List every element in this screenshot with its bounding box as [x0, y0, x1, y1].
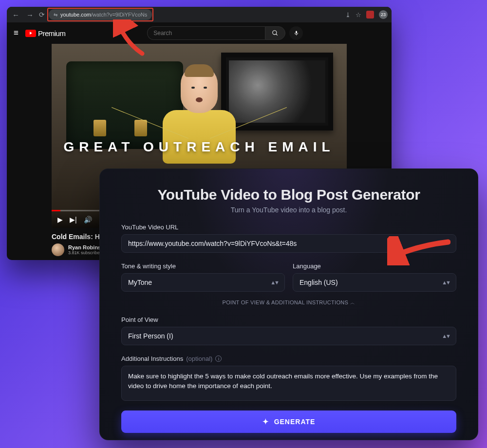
language-select[interactable]: English (US) ▲▼: [293, 273, 456, 292]
bookmark-icon[interactable]: ☆: [356, 11, 361, 19]
address-text: youtube.com/watch?v=9lDiYFVcoNs: [60, 12, 147, 18]
address-host: youtube.com: [60, 12, 91, 18]
generate-label: GENERATE: [274, 418, 316, 426]
svg-line-1: [276, 34, 278, 36]
youtube-play-icon: [25, 30, 36, 37]
pov-value: First Person (I): [128, 332, 173, 340]
pov-label: Point of View: [121, 316, 456, 323]
volume-icon[interactable]: 🔊: [84, 216, 92, 224]
video-overlay-text: GREAT OUTREACH EMAIL: [52, 139, 347, 155]
language-value: English (US): [300, 279, 338, 286]
install-icon[interactable]: ⤓: [345, 11, 351, 19]
tone-select[interactable]: MyTone ▲▼: [121, 273, 285, 292]
disclosure-label: POINT OF VIEW & ADDITIONAL INSTRUCTIONS: [223, 299, 349, 305]
address-path: /watch?v=9lDiYFVcoNs: [91, 12, 147, 18]
language-label: Language: [293, 262, 456, 270]
card-title: YouTube Video to Blog Post Generator: [121, 187, 456, 203]
chevron-updown-icon: ▲▼: [270, 280, 278, 285]
youtube-brand: Premium: [38, 29, 66, 37]
forward-icon[interactable]: →: [25, 11, 35, 19]
voice-search-icon[interactable]: [289, 26, 303, 40]
addl-label-text: Additional Instructions: [121, 355, 183, 362]
svg-point-0: [273, 31, 277, 35]
svg-rect-2: [296, 31, 297, 33]
site-info-icon[interactable]: ⇆: [54, 12, 57, 18]
youtube-logo[interactable]: Premium: [25, 29, 66, 37]
video-person: [160, 65, 238, 172]
back-icon[interactable]: ←: [11, 11, 21, 19]
disclosure-toggle[interactable]: POINT OF VIEW & ADDITIONAL INSTRUCTIONS︿: [121, 299, 456, 306]
address-bar[interactable]: ⇆ youtube.com/watch?v=9lDiYFVcoNs: [49, 9, 152, 20]
url-label: YouTube Video URL: [121, 224, 456, 231]
tone-label: Tone & writing style: [121, 262, 285, 270]
reload-icon[interactable]: ⟳: [39, 11, 45, 19]
search-input[interactable]: [147, 26, 265, 40]
search-button[interactable]: [265, 26, 285, 40]
url-input[interactable]: [121, 234, 456, 253]
subscriber-count: 3.81K subscriber: [68, 250, 101, 255]
channel-name[interactable]: Ryan Robins: [68, 244, 101, 250]
next-icon[interactable]: ▶|: [70, 216, 77, 224]
menu-icon[interactable]: ≡: [14, 28, 19, 38]
youtube-header: ≡ Premium: [7, 22, 392, 44]
addl-label: Additional Instructions (optional) i: [121, 355, 456, 362]
addl-optional: (optional): [186, 355, 212, 362]
play-icon[interactable]: ▶: [57, 216, 63, 224]
info-icon[interactable]: i: [215, 355, 222, 362]
channel-avatar[interactable]: [52, 243, 64, 256]
tone-value: MyTone: [128, 279, 152, 286]
youtube-search: [147, 26, 303, 40]
generate-button[interactable]: ✦ GENERATE: [121, 411, 456, 433]
pov-select[interactable]: First Person (I) ▲▼: [121, 327, 456, 345]
chevron-updown-icon: ▲▼: [442, 333, 450, 339]
browser-toolbar: ← → ⟳ ⇆ youtube.com/watch?v=9lDiYFVcoNs …: [7, 7, 392, 22]
generator-card: YouTube Video to Blog Post Generator Tur…: [99, 168, 478, 440]
sparkle-icon: ✦: [262, 417, 269, 426]
chevron-up-icon: ︿: [350, 300, 355, 305]
addl-textarea[interactable]: Make sure to highlight the 5 ways to mak…: [121, 366, 456, 401]
profile-badge[interactable]: 23: [379, 10, 388, 19]
toolbar-right: ⤓ ☆ 23: [345, 10, 388, 19]
extension-icon[interactable]: [366, 11, 374, 19]
chevron-updown-icon: ▲▼: [442, 280, 450, 285]
card-subtitle: Turn a YouTube video into a blog post.: [121, 206, 456, 214]
